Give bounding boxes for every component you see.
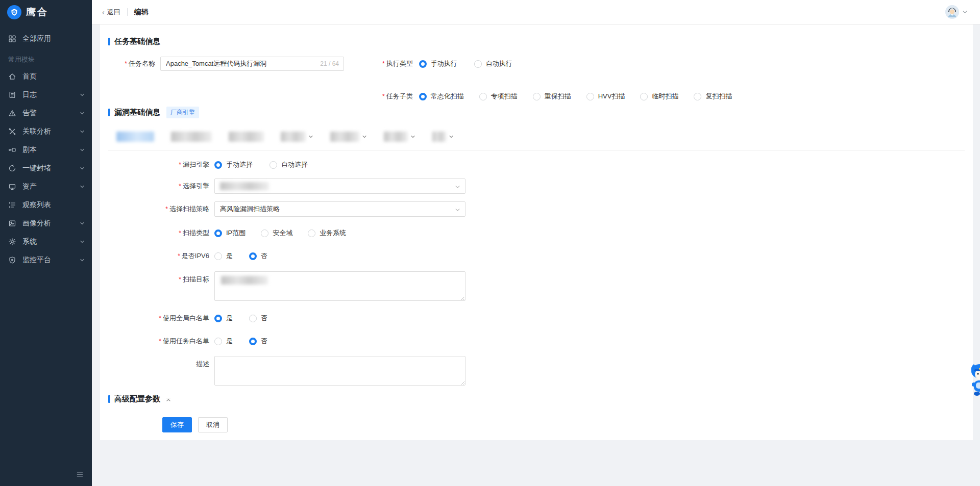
sidebar-item-system[interactable]: 系统 xyxy=(0,233,92,251)
asset-icon xyxy=(8,183,16,191)
sidebar-item-all-apps[interactable]: 全部应用 xyxy=(0,30,92,48)
description-textarea[interactable] xyxy=(215,356,465,385)
user-avatar[interactable] xyxy=(945,5,959,19)
sidebar-item-label: 监控平台 xyxy=(22,255,80,265)
description-textarea-wrap xyxy=(214,356,465,386)
chevron-down-icon xyxy=(410,134,415,139)
sidebar-item-monitor-platform[interactable]: 监控平台 xyxy=(0,251,92,269)
radio-subtype-rescan[interactable]: 复扫扫描 xyxy=(694,92,732,101)
sidebar-item-correlation[interactable]: 关联分析 xyxy=(0,122,92,141)
chevron-down-icon xyxy=(80,111,85,116)
tab-divider xyxy=(108,150,965,150)
sidebar-item-label: 告警 xyxy=(22,109,80,118)
radio-ipv6-yes[interactable]: 是 xyxy=(214,251,233,261)
chevron-down-icon[interactable] xyxy=(962,9,968,15)
exec-type-row: *执行类型 手动执行 自动执行 xyxy=(382,56,512,71)
tab-redacted[interactable] xyxy=(432,132,454,142)
radio-task-whitelist-no[interactable]: 否 xyxy=(249,337,267,346)
radio-selected-icon xyxy=(249,252,257,260)
task-name-row: *任务名称 21 / 64 xyxy=(108,56,344,71)
engine-select[interactable] xyxy=(214,178,465,194)
redacted-text xyxy=(116,132,154,142)
sidebar-item-alerts[interactable]: 告警 xyxy=(0,104,92,122)
sidebar-item-watchlist[interactable]: 观察列表 xyxy=(0,196,92,214)
chevron-down-icon xyxy=(308,134,313,139)
radio-global-whitelist-yes[interactable]: 是 xyxy=(214,314,233,323)
block-icon xyxy=(8,164,16,172)
scan-policy-row: *选择扫描策略 高风险漏洞扫描策略 xyxy=(108,201,465,217)
task-subtype-label: *任务子类 xyxy=(382,92,413,101)
scan-policy-label: *选择扫描策略 xyxy=(108,204,209,214)
sidebar-item-label: 画像分析 xyxy=(22,219,80,228)
radio-icon xyxy=(694,93,701,100)
radio-subtype-temp[interactable]: 临时扫描 xyxy=(640,92,678,101)
radio-ip-range[interactable]: IP范围 xyxy=(214,228,246,238)
section-title: 漏洞基础信息 xyxy=(114,108,160,117)
radio-selected-icon xyxy=(214,315,222,322)
task-name-input[interactable] xyxy=(161,57,344,70)
tab-redacted[interactable] xyxy=(330,132,367,142)
global-whitelist-label: *使用全局白名单 xyxy=(108,314,209,323)
radio-icon xyxy=(640,93,648,100)
redacted-value xyxy=(221,276,268,285)
app-root: 鹰合 全部应用 常用模块 首页 日志 告警 xyxy=(0,0,980,486)
vendor-engine-tag: 厂商引擎 xyxy=(166,107,199,118)
select-engine-label: *选择引擎 xyxy=(108,182,209,191)
radio-selected-icon xyxy=(419,93,427,100)
sidebar-item-assets[interactable]: 资产 xyxy=(0,177,92,196)
back-button[interactable]: ‹ 返回 xyxy=(102,8,120,17)
sidebar-item-block[interactable]: 一键封堵 xyxy=(0,159,92,177)
radio-selected-icon xyxy=(419,60,427,68)
radio-auto-select[interactable]: 自动选择 xyxy=(270,160,308,169)
save-button[interactable]: 保存 xyxy=(162,417,192,432)
radio-subtype-zhongbao[interactable]: 重保扫描 xyxy=(533,92,571,101)
radio-subtype-normal[interactable]: 常态化扫描 xyxy=(419,92,464,101)
tab-redacted[interactable] xyxy=(229,132,264,142)
sidebar-item-label: 关联分析 xyxy=(22,127,80,136)
chevron-down-icon xyxy=(80,184,85,189)
tab-redacted-active[interactable] xyxy=(116,132,154,142)
section-title: 高级配置参数 xyxy=(114,394,160,404)
radio-selected-icon xyxy=(214,229,222,237)
cancel-button[interactable]: 取消 xyxy=(198,417,228,432)
tab-redacted[interactable] xyxy=(384,132,415,142)
grid-icon xyxy=(8,35,16,43)
redacted-text xyxy=(281,132,306,142)
select-engine-row: *选择引擎 xyxy=(108,178,465,194)
expand-section-icon[interactable] xyxy=(165,396,172,402)
log-icon xyxy=(8,91,16,99)
form-actions: 保存 取消 xyxy=(162,417,228,432)
tab-redacted[interactable] xyxy=(171,132,212,142)
brand-logo[interactable]: 鹰合 xyxy=(0,0,92,24)
tab-redacted[interactable] xyxy=(281,132,313,142)
sidebar-section-label: 常用模块 xyxy=(0,48,92,67)
radio-manual-exec[interactable]: 手动执行 xyxy=(419,59,457,68)
radio-icon xyxy=(214,252,222,260)
redacted-text xyxy=(229,132,264,142)
sidebar-item-home[interactable]: 首页 xyxy=(0,67,92,86)
radio-business-system[interactable]: 业务系统 xyxy=(308,228,346,238)
radio-manual-select[interactable]: 手动选择 xyxy=(214,160,253,169)
ipv6-label: *是否IPV6 xyxy=(108,251,209,261)
radio-ipv6-no[interactable]: 否 xyxy=(249,251,267,261)
sidebar-item-label: 资产 xyxy=(22,182,80,191)
scan-policy-select[interactable]: 高风险漏洞扫描策略 xyxy=(214,201,465,217)
radio-auto-exec[interactable]: 自动执行 xyxy=(474,59,512,68)
redacted-text xyxy=(384,132,408,142)
sidebar-item-logs[interactable]: 日志 xyxy=(0,86,92,104)
sidebar-item-playbook[interactable]: 剧本 xyxy=(0,141,92,159)
radio-global-whitelist-no[interactable]: 否 xyxy=(249,314,267,323)
sidebar-collapse-icon[interactable] xyxy=(76,471,84,480)
radio-selected-icon xyxy=(249,338,257,345)
sidebar-item-profile-analysis[interactable]: 画像分析 xyxy=(0,214,92,233)
sidebar-item-label: 首页 xyxy=(22,72,85,81)
watchlist-icon xyxy=(8,201,16,209)
radio-icon xyxy=(586,93,594,100)
radio-subtype-special[interactable]: 专项扫描 xyxy=(479,92,518,101)
radio-icon xyxy=(249,315,257,322)
radio-subtype-hvv[interactable]: HVV扫描 xyxy=(586,92,625,101)
radio-security-domain[interactable]: 安全域 xyxy=(261,228,292,238)
sidebar-item-label: 系统 xyxy=(22,237,80,246)
radio-task-whitelist-yes[interactable]: 是 xyxy=(214,337,233,346)
chevron-down-icon xyxy=(80,239,85,244)
